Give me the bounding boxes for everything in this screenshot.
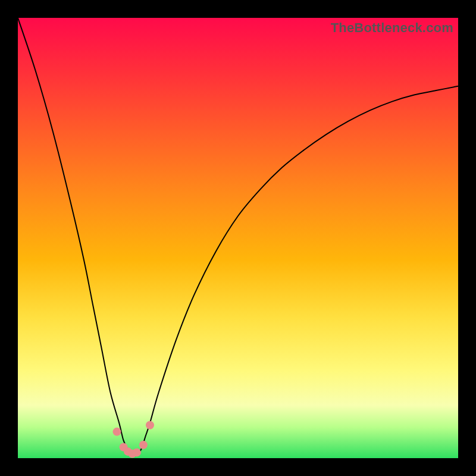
chart-frame: TheBottleneck.com: [0, 0, 476, 476]
plot-area: TheBottleneck.com: [18, 18, 458, 458]
curve-marker: [146, 421, 154, 430]
curve-marker: [139, 441, 148, 449]
chart-svg: [18, 18, 458, 458]
marker-group: [113, 421, 155, 458]
curve-marker: [113, 428, 121, 436]
curve-marker: [133, 448, 141, 456]
bottleneck-curve: [18, 18, 458, 455]
